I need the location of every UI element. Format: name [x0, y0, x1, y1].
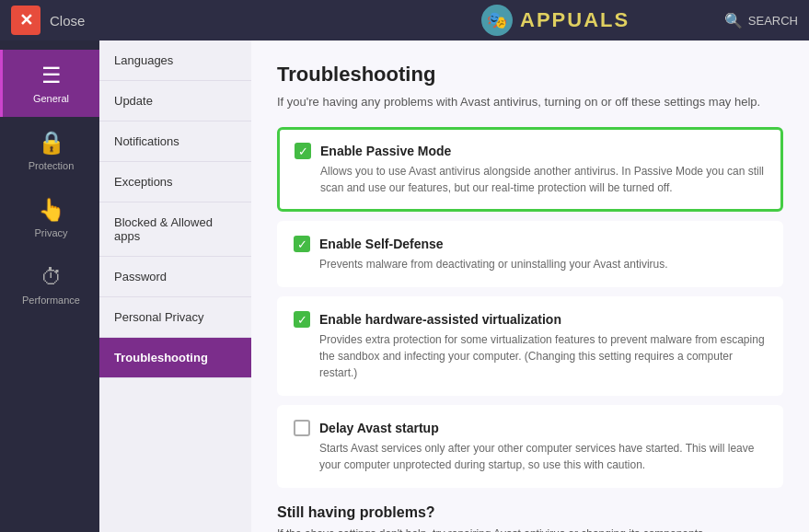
content-area: Troubleshooting If you're having any pro…: [251, 40, 809, 532]
logo-icon: 🎭: [481, 5, 513, 36]
checkbox-virtualization[interactable]: ✓: [294, 311, 310, 328]
privacy-icon: 👆: [38, 197, 65, 223]
menu-item-languages[interactable]: Languages: [99, 40, 251, 81]
sidebar-item-protection[interactable]: 🔒 Protection: [0, 117, 99, 184]
page-subtitle: If you're having any problems with Avast…: [277, 94, 783, 110]
menu-item-notifications[interactable]: Notifications: [99, 121, 251, 162]
checkbox-self-defense[interactable]: ✓: [294, 236, 310, 252]
page-title: Troubleshooting: [277, 63, 783, 87]
setting-delay-startup: Delay Avast startup Starts Avast service…: [277, 405, 783, 488]
menu-item-blocked-allowed[interactable]: Blocked & Allowed apps: [99, 202, 251, 257]
setting-delay-startup-desc: Starts Avast services only after your ot…: [319, 440, 767, 473]
close-button[interactable]: ✕: [11, 6, 40, 35]
still-problems-desc: If the above settings don't help, try re…: [277, 526, 783, 532]
setting-self-defense-desc: Prevents malware from deactivating or un…: [319, 256, 767, 272]
setting-passive-mode-title: Enable Passive Mode: [320, 144, 451, 158]
menu-sidebar: Languages Update Notifications Exception…: [99, 40, 251, 532]
still-problems-section: Still having problems? If the above sett…: [277, 504, 783, 532]
setting-self-defense: ✓ Enable Self-Defense Prevents malware f…: [277, 221, 783, 287]
sidebar-item-privacy[interactable]: 👆 Privacy: [0, 184, 99, 251]
menu-item-personal-privacy[interactable]: Personal Privacy: [99, 297, 251, 338]
setting-virtualization-title: Enable hardware-assisted virtualization: [319, 312, 561, 327]
sidebar-item-performance[interactable]: ⏱ Performance: [0, 251, 99, 318]
logo-text: APPUALS: [520, 8, 630, 32]
setting-delay-startup-header: Delay Avast startup: [294, 420, 767, 436]
sidebar-item-general[interactable]: ☰ General: [0, 50, 99, 117]
performance-icon: ⏱: [40, 264, 63, 290]
search-label: SEARCH: [748, 14, 798, 28]
menu-item-password[interactable]: Password: [99, 257, 251, 297]
general-icon: ☰: [41, 63, 62, 88]
protection-icon: 🔒: [38, 130, 65, 156]
search-area[interactable]: 🔍 SEARCH: [724, 12, 798, 29]
icon-sidebar: ☰ General 🔒 Protection 👆 Privacy ⏱ Perfo…: [0, 40, 99, 532]
setting-self-defense-header: ✓ Enable Self-Defense: [294, 236, 767, 252]
setting-passive-mode-desc: Allows you to use Avast antivirus alongs…: [320, 163, 766, 196]
checkbox-delay-startup[interactable]: [294, 420, 310, 436]
setting-virtualization: ✓ Enable hardware-assisted virtualizatio…: [277, 296, 783, 396]
search-icon: 🔍: [724, 12, 743, 29]
still-problems-title: Still having problems?: [277, 504, 783, 521]
close-label: Close: [50, 13, 387, 29]
privacy-label: Privacy: [34, 227, 67, 238]
checkbox-passive-mode[interactable]: ✓: [295, 143, 311, 159]
menu-item-update[interactable]: Update: [99, 81, 251, 121]
setting-passive-mode: ✓ Enable Passive Mode Allows you to use …: [277, 127, 783, 212]
protection-label: Protection: [29, 160, 75, 171]
setting-delay-startup-title: Delay Avast startup: [319, 421, 439, 435]
setting-virtualization-header: ✓ Enable hardware-assisted virtualizatio…: [294, 311, 767, 328]
general-label: General: [33, 93, 69, 104]
setting-virtualization-desc: Provides extra protection for some virtu…: [319, 331, 767, 381]
setting-passive-mode-header: ✓ Enable Passive Mode: [295, 143, 766, 159]
menu-item-troubleshooting[interactable]: Troubleshooting: [99, 338, 251, 378]
menu-item-exceptions[interactable]: Exceptions: [99, 162, 251, 202]
setting-self-defense-title: Enable Self-Defense: [319, 237, 444, 251]
titlebar: ✕ Close 🎭 APPUALS 🔍 SEARCH: [0, 0, 809, 40]
main-layout: ☰ General 🔒 Protection 👆 Privacy ⏱ Perfo…: [0, 40, 809, 532]
logo-area: 🎭 APPUALS: [387, 5, 723, 36]
performance-label: Performance: [22, 295, 80, 306]
